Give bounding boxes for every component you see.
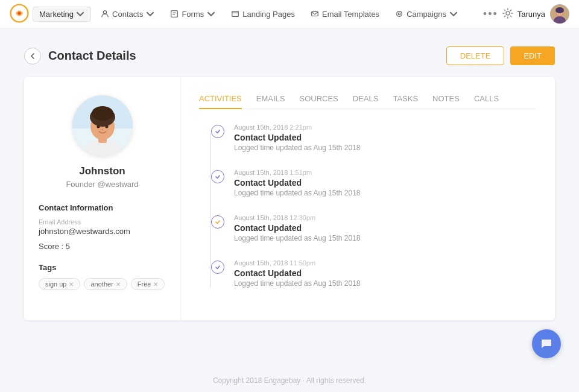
- tag-remove-icon[interactable]: ✕: [153, 281, 158, 288]
- workspace-dropdown[interactable]: Marketing: [33, 7, 91, 22]
- tab-notes[interactable]: NOTES: [432, 89, 460, 109]
- timeline-event-title: Contact Updated: [234, 178, 361, 188]
- footer: Copyright 2018 Engagebay · All rights re…: [0, 368, 579, 392]
- svg-point-15: [555, 7, 564, 13]
- tab-tasks[interactable]: TASKS: [393, 89, 418, 109]
- timeline-dot: [211, 170, 224, 183]
- chat-button[interactable]: [532, 329, 561, 358]
- main-content: Contact Details DELETE EDIT: [0, 28, 579, 368]
- form-icon: [170, 10, 179, 18]
- settings-button[interactable]: [502, 7, 514, 21]
- timeline-dot: [211, 125, 224, 138]
- tag-remove-icon[interactable]: ✕: [69, 281, 74, 288]
- svg-point-23: [96, 125, 100, 128]
- svg-rect-5: [232, 11, 239, 17]
- timeline-item: August 15th, 2018 11:50pm Contact Update…: [211, 259, 537, 288]
- checkmark-icon: [215, 264, 221, 270]
- checkmark-icon: [215, 219, 221, 225]
- delete-button[interactable]: DELETE: [446, 46, 505, 65]
- navbar: Marketing Contacts Forms Landing Pages E…: [0, 0, 579, 28]
- timeline-dot: [211, 261, 224, 274]
- contact-right-panel: ACTIVITIES EMAILS SOURCES DEALS TASKS NO…: [181, 77, 555, 320]
- email-icon: [311, 10, 319, 18]
- email-value: johnston@westwards.com: [39, 227, 166, 236]
- tag-remove-icon[interactable]: ✕: [116, 281, 121, 288]
- tag-another[interactable]: another ✕: [84, 278, 127, 290]
- svg-point-24: [105, 125, 108, 128]
- timeline-event-desc: Logged time updated as Aug 15th 2018: [234, 189, 361, 197]
- nav-campaigns[interactable]: Campaigns: [389, 7, 464, 21]
- tab-calls[interactable]: CALLS: [474, 89, 499, 109]
- svg-point-25: [101, 129, 104, 131]
- email-label: Email Address: [39, 218, 166, 226]
- checkmark-icon: [215, 128, 221, 134]
- checkmark-icon: [215, 174, 221, 180]
- tags-label: Tags: [39, 263, 166, 272]
- chevron-down-icon: [76, 10, 84, 18]
- nav-forms[interactable]: Forms: [164, 7, 221, 21]
- timeline-meta: August 15th, 2018 2:21pm: [234, 124, 361, 131]
- page-title: Contact Details: [48, 49, 136, 63]
- timeline-dot: [211, 215, 224, 229]
- user-icon: [101, 10, 109, 18]
- timeline-item: August 15th, 2018 1:51pm Contact Updated…: [211, 169, 537, 197]
- tab-emails[interactable]: EMAILS: [256, 89, 285, 109]
- tabs-container: ACTIVITIES EMAILS SOURCES DEALS TASKS NO…: [199, 89, 537, 109]
- timeline-item: August 15th, 2018 12:30pm Contact Update…: [211, 214, 537, 242]
- timeline-meta: August 15th, 2018 1:51pm: [234, 169, 361, 176]
- timeline-event-desc: Logged time updated as Aug 15th 2018: [234, 234, 361, 242]
- tag-signup[interactable]: sign up ✕: [39, 278, 80, 290]
- back-arrow-icon: [30, 53, 36, 59]
- svg-point-8: [397, 11, 402, 17]
- info-section-title: Contact Information: [39, 203, 166, 212]
- timeline-item: August 15th, 2018 2:21pm Contact Updated…: [211, 124, 537, 152]
- tags-container: sign up ✕ another ✕ Free ✕: [39, 278, 166, 290]
- chevron-down-icon: [207, 10, 215, 18]
- chevron-down-icon: [449, 10, 458, 18]
- tags-section: Tags sign up ✕ another ✕ Free ✕: [39, 263, 166, 290]
- timeline-meta: August 15th, 2018 11:50pm: [234, 259, 361, 267]
- score-value: Score : 5: [39, 242, 166, 251]
- more-options-button[interactable]: •••: [483, 8, 498, 21]
- timeline-event-title: Contact Updated: [234, 268, 361, 278]
- contact-left-panel: Johnston Founder @westward Contact Infor…: [24, 77, 181, 320]
- timeline-event-desc: Logged time updated as Aug 15th 2018: [234, 279, 361, 288]
- back-button[interactable]: [24, 48, 41, 65]
- user-menu[interactable]: Tarunya: [517, 4, 569, 24]
- chevron-down-icon: [146, 10, 154, 18]
- landing-icon: [231, 10, 239, 18]
- svg-point-1: [103, 11, 106, 14]
- campaign-icon: [395, 10, 403, 18]
- page-header: Contact Details DELETE EDIT: [24, 46, 555, 65]
- avatar: [550, 4, 569, 24]
- contact-name: Johnston: [39, 165, 166, 177]
- contact-role: Founder @westward: [39, 180, 166, 189]
- svg-point-9: [398, 13, 400, 15]
- contact-info-section: Contact Information Email Address johnst…: [39, 203, 166, 251]
- tab-activities[interactable]: ACTIVITIES: [199, 89, 242, 109]
- activities-timeline: August 15th, 2018 2:21pm Contact Updated…: [199, 124, 537, 288]
- nav-landing-pages[interactable]: Landing Pages: [225, 7, 301, 21]
- tab-sources[interactable]: SOURCES: [299, 89, 338, 109]
- timeline-line: [210, 133, 210, 288]
- nav-email-templates[interactable]: Email Templates: [305, 7, 385, 21]
- edit-button[interactable]: EDIT: [510, 46, 555, 65]
- tag-free[interactable]: Free ✕: [131, 278, 165, 290]
- timeline-meta: August 15th, 2018 12:30pm: [234, 214, 361, 221]
- timeline-event-title: Contact Updated: [234, 133, 361, 142]
- contact-card: Johnston Founder @westward Contact Infor…: [24, 77, 555, 320]
- svg-point-22: [92, 106, 113, 121]
- timeline-event-title: Contact Updated: [234, 223, 361, 233]
- gear-icon: [502, 7, 514, 19]
- tab-deals[interactable]: DEALS: [353, 89, 379, 109]
- nav-contacts[interactable]: Contacts: [95, 7, 160, 21]
- chat-icon: [540, 337, 553, 350]
- timeline-event-desc: Logged time updated as Aug 15th 2018: [234, 144, 361, 152]
- logo[interactable]: [10, 4, 29, 25]
- contact-avatar: [72, 95, 133, 156]
- svg-rect-2: [171, 11, 178, 17]
- svg-point-10: [506, 11, 510, 15]
